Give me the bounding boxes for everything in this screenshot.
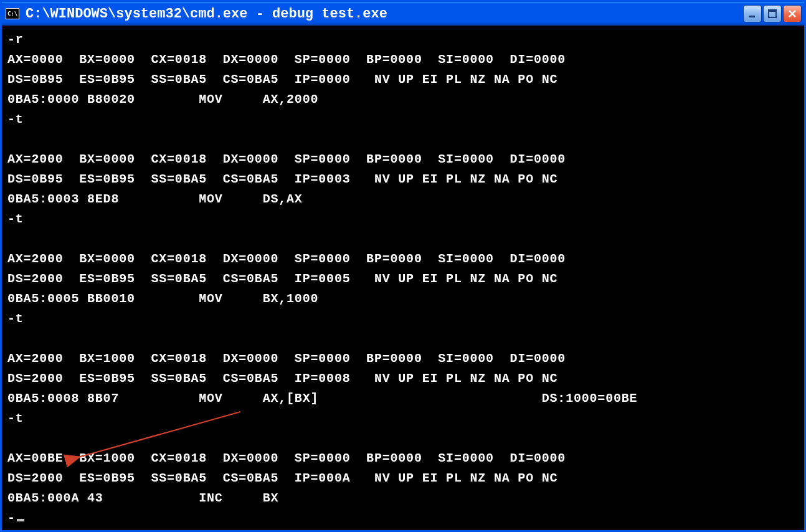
window-title: C:\WINDOWS\system32\cmd.exe - debug test… [26, 6, 743, 22]
terminal-output[interactable]: -r AX=0000 BX=0000 CX=0018 DX=0000 SP=00… [4, 27, 802, 528]
registers-line: AX=2000 BX=0000 CX=0018 DX=0000 SP=0000 … [7, 152, 566, 166]
registers-line: AX=2000 BX=0000 CX=0018 DX=0000 SP=0000 … [7, 252, 566, 266]
registers-line: DS=0B95 ES=0B95 SS=0BA5 CS=0BA5 IP=0003 … [7, 172, 557, 186]
registers-line: DS=2000 ES=0B95 SS=0BA5 CS=0BA5 IP=0008 … [7, 371, 557, 386]
cmd-window: C:\ C:\WINDOWS\system32\cmd.exe - debug … [0, 0, 806, 532]
registers-line: AX=2000 BX=1000 CX=0018 DX=0000 SP=0000 … [7, 351, 566, 366]
registers-line: AX=00BE BX=1000 CX=0018 DX=0000 SP=0000 … [7, 451, 566, 465]
prompt: -t [7, 112, 24, 126]
registers-line: DS=2000 ES=0B95 SS=0BA5 CS=0BA5 IP=000A … [7, 471, 557, 485]
registers-line: AX=0000 BX=0000 CX=0018 DX=0000 SP=0000 … [7, 52, 566, 67]
prompt: - [7, 511, 16, 525]
cursor [17, 519, 24, 521]
cmd-icon: C:\ [6, 8, 19, 19]
maximize-button[interactable] [763, 5, 782, 22]
prompt: -r [7, 32, 24, 47]
disasm-line: 0BA5:0000 B80020 MOV AX,2000 [7, 92, 318, 107]
window-controls [743, 5, 802, 22]
registers-line: DS=0B95 ES=0B95 SS=0BA5 CS=0BA5 IP=0000 … [7, 72, 557, 87]
svg-rect-2 [769, 10, 776, 12]
disasm-line: 0BA5:000A 43 INC BX [7, 491, 278, 505]
prompt: -t [7, 311, 24, 326]
cmd-icon-label: C:\ [7, 11, 17, 17]
close-button[interactable] [783, 5, 802, 22]
prompt: -t [7, 212, 24, 226]
disasm-line: 0BA5:0008 8B07 MOV AX,[BX] DS:1000=00BE [7, 391, 637, 406]
disasm-line: 0BA5:0005 BB0010 MOV BX,1000 [7, 292, 318, 306]
titlebar[interactable]: C:\ C:\WINDOWS\system32\cmd.exe - debug … [2, 2, 804, 26]
minimize-button[interactable] [743, 5, 762, 22]
svg-rect-0 [749, 16, 755, 17]
registers-line: DS=2000 ES=0B95 SS=0BA5 CS=0BA5 IP=0005 … [7, 272, 557, 286]
prompt: -t [7, 411, 24, 425]
disasm-line: 0BA5:0003 8ED8 MOV DS,AX [7, 192, 303, 206]
